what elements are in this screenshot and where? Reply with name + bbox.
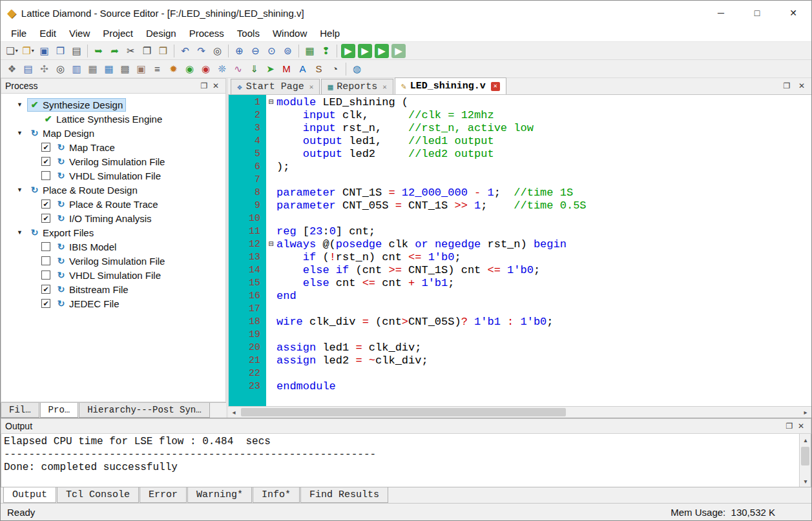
expander-icon[interactable]: ▼ xyxy=(17,101,28,108)
code-editor[interactable]: ⊟module LED_shining ( input clk, //clk =… xyxy=(266,95,811,406)
save-all-icon[interactable]: ❒ xyxy=(52,43,68,59)
checkbox-unchecked[interactable] xyxy=(41,256,50,265)
new-project-icon[interactable]: ❖ xyxy=(4,61,20,77)
tab-reports[interactable]: ▦Reports✕ xyxy=(321,79,393,94)
timing-analyzer-icon[interactable]: ◔ xyxy=(327,61,343,77)
float-panel-icon[interactable]: ❐ xyxy=(198,81,210,90)
find-icon[interactable]: ◎ xyxy=(209,43,225,59)
code-line[interactable] xyxy=(266,303,811,316)
process-tree-item[interactable]: ▼↻Place & Route Design xyxy=(1,183,225,197)
save-icon[interactable]: ▣ xyxy=(36,43,52,59)
process-tree-item[interactable]: ✔↻JEDEC File xyxy=(1,296,225,311)
code-line[interactable]: parameter CNT_05S = CNT_1S >> 1; //time … xyxy=(266,199,811,212)
process-tree-item[interactable]: ▼↻Map Design xyxy=(1,126,225,140)
message-window-icon[interactable]: ▦ xyxy=(85,61,101,77)
redo-icon[interactable]: ↷ xyxy=(193,43,209,59)
output-tab-info-[interactable]: Info* xyxy=(253,487,300,503)
print-icon[interactable]: ▤ xyxy=(68,43,85,59)
close-editor-icon[interactable]: ✕ xyxy=(796,81,807,90)
float-editor-icon[interactable]: ❐ xyxy=(781,81,793,90)
checkbox-checked[interactable]: ✔ xyxy=(41,299,50,308)
checkbox-checked[interactable]: ✔ xyxy=(41,143,50,152)
run-synthesis-icon[interactable]: ▶ xyxy=(341,44,355,58)
tab-start-page[interactable]: ❖Start Page✕ xyxy=(231,79,320,94)
programmer-icon[interactable]: ⇓ xyxy=(246,61,262,77)
code-line[interactable]: parameter CNT_1S = 12_000_000 - 1; //tim… xyxy=(266,187,811,199)
code-line[interactable]: reg [23:0] cnt; xyxy=(266,225,811,238)
code-line[interactable]: end xyxy=(266,290,811,303)
code-line[interactable] xyxy=(266,174,811,187)
expander-icon[interactable]: ▼ xyxy=(17,187,28,193)
code-line[interactable]: assign led2 = ~clk_div; xyxy=(266,354,811,367)
process-tree-item[interactable]: ↻IBIS Model xyxy=(1,240,225,254)
run-par-icon[interactable]: ▶ xyxy=(375,44,389,58)
vscroll-track[interactable] xyxy=(800,445,811,475)
reveal-analyzer-icon[interactable]: ◉ xyxy=(198,61,214,77)
package-view-icon[interactable]: ▩ xyxy=(117,61,133,77)
float-output-icon[interactable]: ❐ xyxy=(784,422,795,431)
output-tab-output[interactable]: Output xyxy=(3,487,56,503)
copy-icon[interactable]: ❐ xyxy=(139,43,155,59)
checkbox-unchecked[interactable] xyxy=(41,171,50,180)
tab-led-shining-v[interactable]: ✎LED_shining.v✕ xyxy=(395,77,506,94)
paste-icon[interactable]: ❒ xyxy=(155,43,171,59)
help-globe-icon[interactable]: ◍ xyxy=(349,61,365,77)
menu-process[interactable]: Process xyxy=(183,26,231,41)
code-line[interactable]: output led1, //led1 output xyxy=(266,135,811,148)
ipexpress-icon[interactable]: ✹ xyxy=(165,61,182,77)
code-line[interactable]: ⊟module LED_shining ( xyxy=(266,96,811,109)
scroll-left-icon[interactable]: ◂ xyxy=(228,407,240,418)
output-tab-error[interactable]: Error xyxy=(140,487,187,503)
fold-marker-icon[interactable]: ⊟ xyxy=(266,238,276,251)
process-tree-item[interactable]: ↻VHDL Simulation File xyxy=(1,169,225,183)
checkbox-checked[interactable]: ✔ xyxy=(41,157,50,166)
expander-icon[interactable]: ▼ xyxy=(17,229,28,236)
tab-close-icon[interactable]: ✕ xyxy=(491,82,500,91)
menu-project[interactable]: Project xyxy=(96,26,140,41)
process-tree-item[interactable]: ↻Verilog Simulation File xyxy=(1,254,225,268)
console-icon[interactable]: ▥ xyxy=(68,61,85,77)
clarity-designer-icon[interactable]: ❊ xyxy=(214,61,230,77)
zoom-in-icon[interactable]: ⊕ xyxy=(231,43,247,59)
vscroll-thumb[interactable] xyxy=(801,447,809,465)
menu-window[interactable]: Window xyxy=(266,26,313,41)
code-line[interactable]: ); xyxy=(266,161,811,174)
process-tree-item[interactable]: ✔Lattice Synthesis Engine xyxy=(1,112,225,126)
process-tree-item[interactable]: ▼↻Export Files xyxy=(1,225,225,240)
close-panel-icon[interactable]: ✕ xyxy=(210,81,222,90)
check-out-icon[interactable]: ➥ xyxy=(90,43,107,59)
html-report-icon[interactable]: ▦ xyxy=(302,43,318,59)
code-line[interactable]: input rst_n, //rst_n, active low xyxy=(266,122,811,135)
open-file-icon[interactable]: ❐▾ xyxy=(20,43,36,59)
hscroll-track[interactable] xyxy=(240,407,800,418)
undo-icon[interactable]: ↶ xyxy=(177,43,193,59)
tab-close-icon[interactable]: ✕ xyxy=(309,83,314,91)
code-line[interactable] xyxy=(266,329,811,342)
menu-view[interactable]: View xyxy=(63,26,96,41)
process-tree-item[interactable]: ✔↻Verilog Simulation File xyxy=(1,154,225,169)
synplify-icon[interactable]: S xyxy=(311,61,327,77)
device-view-icon[interactable]: ▣ xyxy=(133,61,149,77)
scroll-up-icon[interactable]: ▴ xyxy=(800,434,811,445)
code-line[interactable] xyxy=(266,212,811,225)
code-line[interactable]: output led2 //led2 output xyxy=(266,148,811,161)
find-in-files-icon[interactable]: ◎ xyxy=(52,61,68,77)
new-file-icon[interactable]: ❏▾ xyxy=(4,43,20,59)
file-list-icon[interactable]: ▤ xyxy=(20,61,36,77)
code-line[interactable]: assign led1 = clk_div; xyxy=(266,342,811,354)
close-output-icon[interactable]: ✕ xyxy=(795,422,807,431)
checkbox-unchecked[interactable] xyxy=(41,242,50,251)
left-panel-tab[interactable]: Fil… xyxy=(1,403,39,418)
run-map-icon[interactable]: ▶ xyxy=(358,44,372,58)
check-in-icon[interactable]: ➦ xyxy=(107,43,123,59)
code-line[interactable] xyxy=(266,367,811,380)
dropdown-caret-icon[interactable]: ▾ xyxy=(16,48,18,54)
code-line[interactable]: else if (cnt >= CNT_1S) cnt <= 1'b0; xyxy=(266,264,811,277)
spreadsheet-view-icon[interactable]: ▦ xyxy=(101,61,117,77)
checkbox-checked[interactable]: ✔ xyxy=(41,285,50,294)
code-line[interactable]: ⊟always @(posedge clk or negedge rst_n) … xyxy=(266,238,811,251)
tab-close-icon[interactable]: ✕ xyxy=(382,83,387,91)
fold-marker-icon[interactable]: ⊟ xyxy=(266,96,276,109)
scroll-right-icon[interactable]: ▸ xyxy=(800,407,811,418)
output-tab-warning-[interactable]: Warning* xyxy=(187,487,252,503)
